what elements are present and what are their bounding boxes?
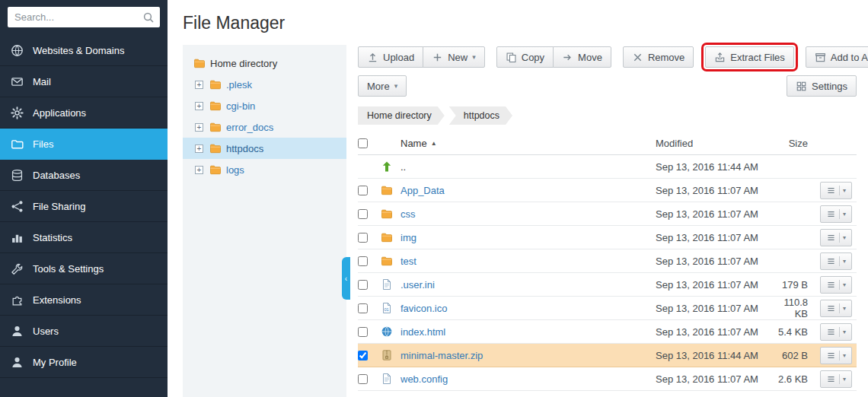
tree-item-home-directory[interactable]: Home directory [183,52,346,74]
expand-icon[interactable]: + [195,81,203,89]
more-label: More [367,81,390,92]
sidebar-item-files[interactable]: Files [0,129,168,160]
sidebar-item-my-profile[interactable]: My Profile [0,347,168,378]
column-size[interactable]: Size [770,138,808,149]
select-all-checkbox[interactable] [358,138,368,148]
row-checkbox[interactable] [358,351,368,360]
sidebar-item-mail[interactable]: Mail [0,66,168,97]
table-row[interactable]: cssSep 13, 2016 11:07 AM▾ [358,202,857,226]
chevron-down-icon: ▾ [839,186,846,195]
plesk-app: Websites & DomainsMailApplicationsFilesD… [0,0,868,397]
breadcrumb-item[interactable]: httpdocs [449,106,512,125]
sidebar-item-label: Applications [33,107,86,119]
row-checkbox[interactable] [358,256,368,266]
settings-button[interactable]: Settings [787,75,857,97]
column-name[interactable]: Name ▲ [400,138,437,149]
sidebar-item-applications[interactable]: Applications [0,97,168,129]
table-row[interactable]: index.htmlSep 13, 2016 11:07 AM5.4 KB▾ [358,320,857,344]
sidebar-item-databases[interactable]: Databases [0,160,168,191]
file-link[interactable]: test [400,256,416,267]
add-to-archive-button[interactable]: Add to Archive [806,46,868,68]
row-actions-menu-button[interactable]: ▾ [820,300,852,317]
file-link[interactable]: img [400,232,416,243]
tree-item-label[interactable]: .plesk [226,79,252,91]
tree-item-cgi-bin[interactable]: +cgi-bin [183,95,346,116]
sidebar-item-file-sharing[interactable]: File Sharing [0,191,168,222]
row-checkbox[interactable] [358,233,368,243]
table-row[interactable]: App_DataSep 13, 2016 11:07 AM▾ [358,179,857,202]
breadcrumb-item[interactable]: Home directory [358,106,445,125]
search-icon[interactable] [142,11,155,24]
file-link[interactable]: favicon.ico [400,303,447,314]
file-link[interactable]: .user.ini [400,279,435,291]
sidebar-item-extensions[interactable]: Extensions [0,284,168,316]
sidebar-item-users[interactable]: Users [0,316,168,347]
row-checkbox[interactable] [358,327,368,337]
copy-button[interactable]: Copy [496,46,554,68]
row-checkbox[interactable] [358,374,368,384]
tree-item-error-docs[interactable]: +error_docs [183,116,346,138]
tree-item-label[interactable]: error_docs [226,122,273,133]
tree-item-label[interactable]: Home directory [210,58,277,69]
size-cell: 602 B [770,350,808,361]
row-actions-menu-button[interactable]: ▾ [820,205,852,223]
modified-cell: Sep 13, 2016 11:07 AM [656,326,770,338]
extract-files-button[interactable]: Extract Files [705,46,794,68]
tree-item-logs[interactable]: +logs [183,159,346,180]
table-row[interactable]: 01favicon.icoSep 13, 2016 11:07 AM110.8 … [358,297,857,320]
table-row[interactable]: .user.iniSep 13, 2016 11:07 AM179 B▾ [358,273,857,297]
upload-button[interactable]: Upload [358,46,423,68]
column-modified[interactable]: Modified [656,138,770,149]
row-actions-menu-button[interactable]: ▾ [820,323,852,341]
tree-item-httpdocs[interactable]: +httpdocs [183,138,346,159]
size-cell: 110.8 KB [770,297,808,319]
file-link[interactable]: css [400,208,416,220]
tree-item--plesk[interactable]: +.plesk [183,74,346,95]
size-cell: 179 B [770,279,808,291]
row-checkbox[interactable] [358,303,368,313]
new-button[interactable]: New ▾ [423,46,485,68]
more-button[interactable]: More ▾ [358,75,407,97]
row-actions-menu-button[interactable]: ▾ [820,182,852,199]
sidebar-item-label: Users [33,326,59,337]
search-input[interactable] [14,11,142,23]
file-link[interactable]: App_Data [400,185,445,196]
remove-button[interactable]: Remove [623,46,694,68]
table-row[interactable]: web.configSep 13, 2016 11:07 AM2.6 KB▾ [358,367,857,391]
row-checkbox[interactable] [358,280,368,290]
row-checkbox[interactable] [358,186,368,195]
row-actions-menu-button[interactable]: ▾ [820,347,852,364]
chevron-down-icon: ▾ [839,351,846,360]
tree-item-label[interactable]: logs [226,164,244,176]
expand-icon[interactable]: + [195,166,203,174]
table-row[interactable]: imgSep 13, 2016 11:07 AM▾ [358,226,857,249]
row-actions-menu-button[interactable]: ▾ [820,276,852,294]
copy-move-group: Copy Move [496,46,611,68]
sidebar-item-websites-domains[interactable]: Websites & Domains [0,35,168,66]
file-link[interactable]: minimal-master.zip [400,350,483,361]
row-checkbox[interactable] [358,209,368,219]
search-box[interactable] [8,7,160,27]
tree-item-label[interactable]: httpdocs [226,143,263,154]
row-actions-menu-button[interactable]: ▾ [820,229,852,246]
table-row[interactable]: minimal-master.zipSep 13, 2016 11:44 AM6… [358,344,857,367]
move-label: Move [578,52,602,63]
row-actions-menu-button[interactable]: ▾ [820,370,852,388]
sidebar-item-tools-settings[interactable]: Tools & Settings [0,253,168,284]
folder-icon [381,184,393,196]
expand-icon[interactable]: + [195,123,203,132]
row-actions-menu-button[interactable]: ▾ [820,252,852,270]
tree-item-label[interactable]: cgi-bin [226,100,255,112]
file-link[interactable]: .. [400,161,406,173]
table-row[interactable]: ..Sep 13, 2016 11:44 AM [358,155,857,179]
sidebar-item-statistics[interactable]: Statistics [0,222,168,253]
tree-collapse-handle[interactable]: ‹ [342,257,350,300]
file-link[interactable]: web.config [400,373,448,385]
move-button[interactable]: Move [553,46,611,68]
directory-tree: Home directory+.plesk+cgi-bin+error_docs… [183,45,346,397]
expand-icon[interactable]: + [195,145,203,153]
file-link[interactable]: index.html [400,326,445,338]
table-row[interactable]: testSep 13, 2016 11:07 AM▾ [358,249,857,273]
chevron-down-icon: ▾ [839,280,846,290]
expand-icon[interactable]: + [195,102,203,110]
